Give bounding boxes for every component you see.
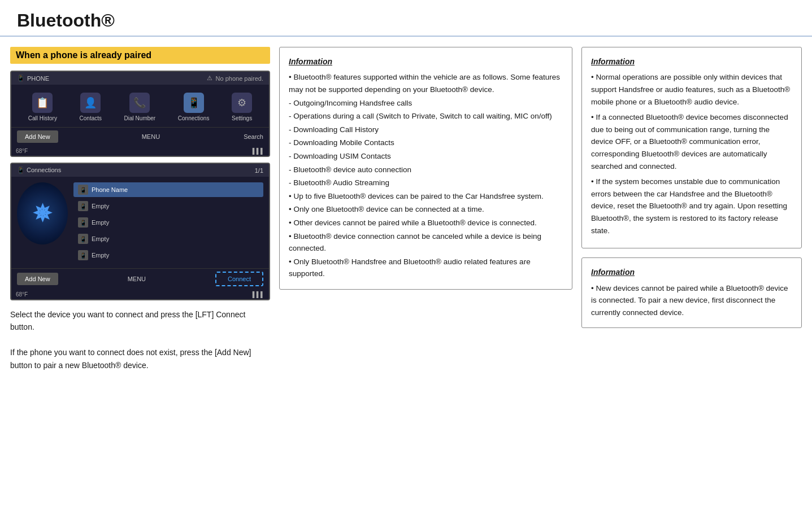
settings-label: Settings <box>232 115 252 121</box>
info-line: - Downloading Mobile Contacts <box>289 137 563 149</box>
center-info-box: Information • Bluetooth® features suppor… <box>279 47 572 290</box>
connections-icon-small: 📱 <box>17 167 25 173</box>
info-line: - Downloading USIM Contacts <box>289 150 563 163</box>
phone-top-left: 📱 PHONE <box>17 75 49 82</box>
device-item-2[interactable]: 📱 Empty <box>73 215 263 230</box>
page-title-area: Bluetooth® <box>0 0 812 37</box>
device-list: 📱 Phone Name 📱 Empty 📱 Empty 📱 Empty <box>73 182 263 263</box>
info-line: • New devices cannot be paired while a B… <box>591 282 792 319</box>
phone-menu-area: 📋 Call History 👤 Contacts 📞 Dial Number … <box>11 85 269 127</box>
phone-status-bar-2: 68°F ▌▌▌ <box>11 290 269 299</box>
add-new-button-2[interactable]: Add New <box>17 273 58 285</box>
phone-label: PHONE <box>27 75 49 82</box>
info-line: • Only Bluetooth® Handsfree and Bluetoot… <box>289 256 563 280</box>
connections-screen-label: Connections <box>27 167 61 173</box>
center-info-lines: • Bluetooth® features supported within t… <box>289 71 563 280</box>
warning-icon: ⚠ <box>207 75 212 82</box>
temp-1: 68°F <box>16 148 28 154</box>
phone-top-right: ⚠ No phone paired. <box>207 75 263 82</box>
left-column: When a phone is already paired 📱 PHONE ⚠… <box>10 47 270 372</box>
connections-icon: 📱 <box>184 93 204 113</box>
call-history-icon: 📋 <box>32 93 53 113</box>
device-icon-1: 📱 <box>78 201 88 211</box>
left-description-1: Select the device you want to connect an… <box>10 308 270 372</box>
info-line: • Normal operations are possible only wi… <box>591 71 792 108</box>
info-line: • Other devices cannot be paired while a… <box>289 217 563 229</box>
signal-1: ▌▌▌ <box>253 148 264 154</box>
device-name-0: Phone Name <box>92 186 128 193</box>
device-icon-2: 📱 <box>78 217 88 228</box>
search-button-1[interactable]: Search <box>244 133 263 140</box>
temp-2: 68°F <box>16 291 28 298</box>
info-line: - Operations during a call (Switch to Pr… <box>289 110 563 123</box>
right-info-top-lines: • Normal operations are possible only wi… <box>591 71 792 237</box>
info-line: • Bluetooth® features supported within t… <box>289 71 563 95</box>
dial-number-label: Dial Number <box>124 115 156 121</box>
page-title: Bluetooth® <box>17 10 115 30</box>
phone-bottom-bar-1: Add New MENU Search <box>11 127 269 146</box>
contacts-icon: 👤 <box>80 93 101 113</box>
phone-top-bar-1: 📱 PHONE ⚠ No phone paired. <box>11 72 269 85</box>
connections-top-bar: 📱 Connections 1/1 <box>11 164 269 177</box>
device-name-4: Empty <box>92 252 109 259</box>
connections-page-num: 1/1 <box>255 167 263 174</box>
info-line: • If the system becomes unstable due to … <box>591 176 792 237</box>
phone-status-bar-1: 68°F ▌▌▌ <box>11 146 269 156</box>
info-line: - Bluetooth® device auto connection <box>289 164 563 176</box>
menu-button-2[interactable]: MENU <box>128 276 146 282</box>
right-info-box-top: Information • Normal operations are poss… <box>581 47 802 248</box>
menu-connections[interactable]: 📱 Connections <box>178 93 210 121</box>
info-line: • Bluetooth® device connection cannot be… <box>289 230 563 255</box>
right-info-top-title: Information <box>591 55 792 68</box>
main-content: When a phone is already paired 📱 PHONE ⚠… <box>0 37 812 382</box>
device-icon-3: 📱 <box>78 234 88 244</box>
phone-icon: 📱 <box>17 75 25 82</box>
info-line: - Downloading Call History <box>289 124 563 136</box>
call-history-label: Call History <box>28 115 57 121</box>
connections-top-left: 📱 Connections <box>17 167 61 174</box>
connections-label: Connections <box>178 115 210 121</box>
info-line: - Outgoing/Incoming Handsfree calls <box>289 97 563 110</box>
no-phone-label: No phone paired. <box>216 75 263 82</box>
menu-dial-number[interactable]: 📞 Dial Number <box>124 93 156 121</box>
info-line: • Up to five Bluetooth® devices can be p… <box>289 190 563 203</box>
device-name-3: Empty <box>92 235 109 242</box>
right-info-bottom-lines: • New devices cannot be paired while a B… <box>591 282 792 319</box>
info-line: • If a connected Bluetooth® device becom… <box>591 111 792 172</box>
signal-2: ▌▌▌ <box>253 291 264 298</box>
menu-contacts[interactable]: 👤 Contacts <box>80 93 102 121</box>
dial-number-icon: 📞 <box>129 93 150 113</box>
connections-screen: 📱 Connections 1/1 ✵ 📱 Phone Name 📱 Emp <box>10 163 270 300</box>
bluetooth-icon-area: ✵ <box>17 182 68 244</box>
device-icon-4: 📱 <box>78 250 88 260</box>
connections-bottom: Add New MENU Connect <box>11 268 269 290</box>
section-header: When a phone is already paired <box>10 47 270 64</box>
connections-body: ✵ 📱 Phone Name 📱 Empty 📱 Empty <box>11 177 269 268</box>
info-line: • Only one Bluetooth® device can be conn… <box>289 203 563 216</box>
device-item-1[interactable]: 📱 Empty <box>73 199 263 213</box>
device-name-2: Empty <box>92 219 109 226</box>
device-icon-0: 📱 <box>78 185 88 195</box>
device-name-1: Empty <box>92 203 109 209</box>
info-line: - Bluetooth® Audio Streaming <box>289 177 563 189</box>
center-info-title: Information <box>289 55 563 68</box>
right-column: Information • Normal operations are poss… <box>581 47 802 328</box>
device-item-0[interactable]: 📱 Phone Name <box>73 182 263 197</box>
device-item-3[interactable]: 📱 Empty <box>73 231 263 246</box>
settings-icon: ⚙ <box>232 93 252 113</box>
menu-call-history[interactable]: 📋 Call History <box>28 93 57 121</box>
bluetooth-symbol: ✵ <box>33 200 52 226</box>
right-info-box-bottom: Information • New devices cannot be pair… <box>581 257 802 328</box>
right-info-bottom-title: Information <box>591 266 792 278</box>
contacts-label: Contacts <box>80 115 102 121</box>
center-column: Information • Bluetooth® features suppor… <box>279 47 572 290</box>
menu-button-1[interactable]: MENU <box>142 133 160 140</box>
menu-settings[interactable]: ⚙ Settings <box>232 93 252 121</box>
add-new-button-1[interactable]: Add New <box>17 130 58 143</box>
connect-button[interactable]: Connect <box>215 272 263 286</box>
device-item-4[interactable]: 📱 Empty <box>73 248 263 263</box>
phone-screen-1: 📱 PHONE ⚠ No phone paired. 📋 Call Histor… <box>10 71 270 157</box>
